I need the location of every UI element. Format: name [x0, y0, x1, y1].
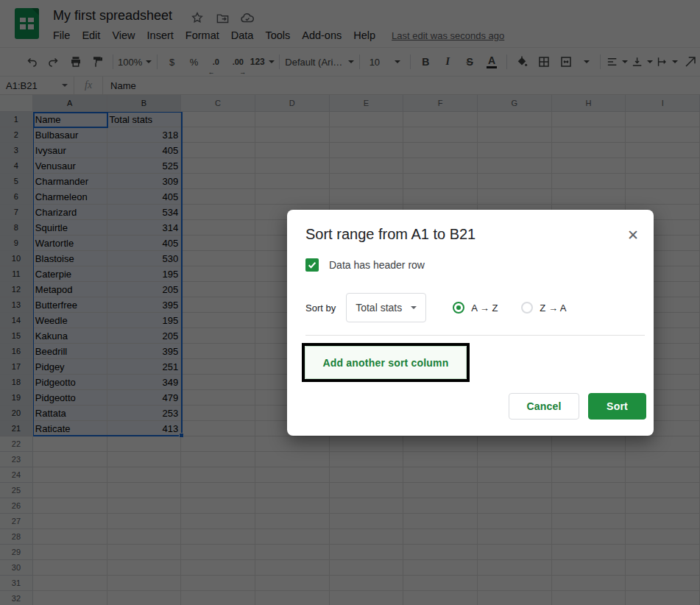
- sort-order-options: A → ZZ → A: [453, 302, 566, 314]
- google-sheets-window: My first spreadsheet FileEditViewInsertF…: [0, 0, 700, 605]
- sort-column-value: Total stats: [356, 302, 402, 314]
- sort-order-label: Z → A: [540, 302, 566, 314]
- sort-button[interactable]: Sort: [588, 393, 646, 420]
- close-icon[interactable]: ✕: [624, 226, 642, 244]
- sort-order-option-desc[interactable]: Z → A: [521, 302, 566, 314]
- radio-selected-icon[interactable]: [453, 302, 464, 314]
- sort-range-dialog: Sort range from A1 to B21 ✕ Data has hea…: [287, 210, 654, 436]
- sort-order-option-asc[interactable]: A → Z: [453, 302, 498, 314]
- dialog-title: Sort range from A1 to B21: [305, 226, 475, 243]
- sort-column-dropdown[interactable]: Total stats: [346, 293, 426, 322]
- add-sort-column-button[interactable]: Add another sort column: [305, 346, 467, 379]
- dialog-divider: [305, 335, 645, 336]
- radio-unselected-icon[interactable]: [521, 302, 533, 314]
- cancel-button[interactable]: Cancel: [509, 393, 579, 420]
- header-row-checkbox[interactable]: [305, 258, 319, 272]
- annotation-highlight-box: Add another sort column: [302, 343, 470, 382]
- sort-by-label: Sort by: [305, 302, 336, 314]
- sort-order-label: A → Z: [471, 302, 498, 314]
- chevron-down-icon: [411, 306, 417, 309]
- header-row-checkbox-label: Data has header row: [329, 259, 425, 271]
